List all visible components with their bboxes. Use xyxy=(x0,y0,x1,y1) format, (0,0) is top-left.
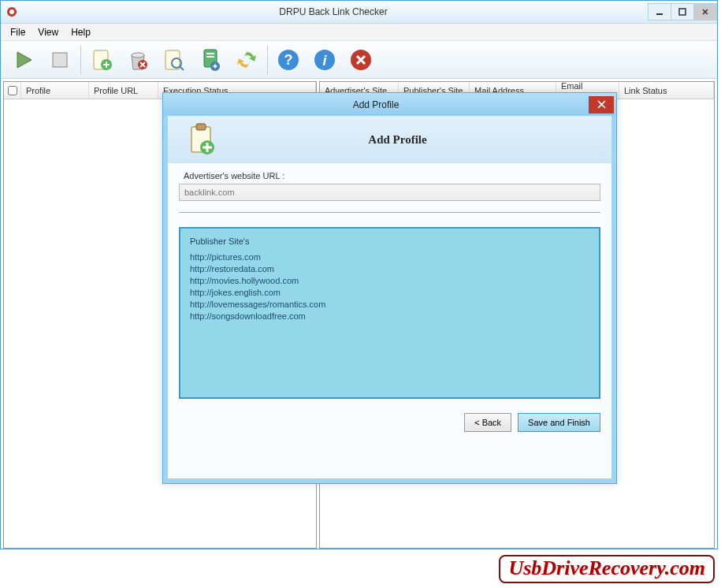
back-button[interactable]: < Back xyxy=(464,413,511,432)
publisher-url: http://movies.hollywood.com xyxy=(190,276,589,285)
close-icon xyxy=(701,8,709,16)
svg-marker-4 xyxy=(17,52,32,68)
svg-text:?: ? xyxy=(284,52,293,68)
col-link-status[interactable]: Link Status xyxy=(619,82,714,99)
url-label: Advertiser's website URL : xyxy=(184,171,600,180)
search-button[interactable] xyxy=(158,43,191,76)
toolbar: ? i xyxy=(1,41,717,79)
menu-help[interactable]: Help xyxy=(65,24,97,40)
save-finish-button[interactable]: Save and Finish xyxy=(518,413,600,432)
svg-rect-23 xyxy=(196,124,206,130)
help-icon: ? xyxy=(276,47,301,73)
menubar: File View Help xyxy=(1,24,717,41)
info-button[interactable]: i xyxy=(308,43,341,76)
info-icon: i xyxy=(312,47,337,73)
close-icon xyxy=(597,100,606,109)
search-icon xyxy=(162,47,187,73)
minimize-icon xyxy=(656,8,663,16)
app-icon xyxy=(6,6,18,18)
svg-rect-13 xyxy=(206,53,214,54)
publisher-url: http://pictures.com xyxy=(190,252,589,262)
col-profile[interactable]: Profile xyxy=(21,82,89,99)
publisher-url: http://restoredata.com xyxy=(190,264,589,274)
play-button[interactable] xyxy=(7,43,40,76)
divider xyxy=(179,212,600,213)
refresh-button[interactable] xyxy=(230,43,263,76)
settings-icon xyxy=(198,47,223,73)
publisher-sites-title: Publisher Site's xyxy=(190,236,589,246)
svg-rect-5 xyxy=(53,53,67,67)
titlebar: DRPU Back Link Checker xyxy=(1,1,717,24)
menu-view[interactable]: View xyxy=(32,24,65,40)
delete-button[interactable] xyxy=(121,43,154,76)
play-icon xyxy=(11,47,36,73)
stop-icon xyxy=(47,47,72,73)
stop-button[interactable] xyxy=(43,43,76,76)
menu-file[interactable]: File xyxy=(4,24,32,40)
publisher-sites-box: Publisher Site's http://pictures.com htt… xyxy=(179,227,600,399)
col-profile-url[interactable]: Profile URL xyxy=(89,82,158,99)
settings-button[interactable] xyxy=(194,43,227,76)
close-window-button[interactable] xyxy=(693,3,717,20)
svg-rect-2 xyxy=(656,13,663,15)
add-profile-dialog: Add Profile Add Profile Advertiser's web… xyxy=(162,92,617,484)
exit-button[interactable] xyxy=(344,43,377,76)
toolbar-separator xyxy=(267,46,268,74)
dialog-buttons: < Back Save and Finish xyxy=(179,413,600,432)
close-circle-icon xyxy=(348,47,374,73)
clipboard-add-icon xyxy=(184,122,218,157)
svg-point-16 xyxy=(214,65,217,68)
window-title: DRPU Back Link Checker xyxy=(18,6,649,17)
add-profile-icon xyxy=(89,47,114,73)
publisher-url: http://lovemessages/romantics.com xyxy=(190,300,589,309)
svg-rect-14 xyxy=(206,56,214,58)
dialog-body: Add Profile Advertiser's website URL : P… xyxy=(163,116,616,483)
svg-rect-3 xyxy=(679,9,686,15)
dialog-title: Add Profile xyxy=(163,99,589,110)
svg-point-1 xyxy=(9,9,14,14)
maximize-button[interactable] xyxy=(671,3,694,20)
add-profile-button[interactable] xyxy=(85,43,118,76)
publisher-url: http://songsdownloadfree.com xyxy=(190,311,589,321)
toolbar-separator xyxy=(80,46,81,74)
maximize-icon xyxy=(678,8,686,16)
help-button[interactable]: ? xyxy=(272,43,305,76)
advertiser-url-input[interactable] xyxy=(179,184,600,201)
window-controls xyxy=(649,3,717,20)
dialog-header: Add Profile xyxy=(179,116,600,163)
dialog-header-title: Add Profile xyxy=(242,133,600,147)
delete-icon xyxy=(125,47,151,73)
watermark: UsbDriveRecovery.com xyxy=(499,555,715,583)
dialog-titlebar: Add Profile xyxy=(163,93,616,116)
publisher-url: http://jokes.english.com xyxy=(190,288,589,297)
select-all-col[interactable] xyxy=(4,82,21,99)
minimize-button[interactable] xyxy=(648,3,671,20)
dialog-close-button[interactable] xyxy=(589,96,614,114)
select-all-checkbox[interactable] xyxy=(8,86,17,95)
refresh-icon xyxy=(234,47,259,73)
svg-point-8 xyxy=(132,53,144,58)
